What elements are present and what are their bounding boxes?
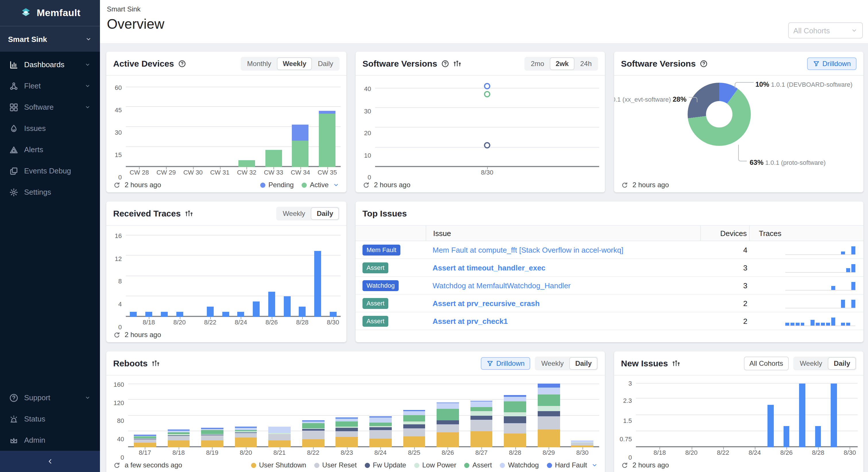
toggle-option-daily[interactable]: Daily: [312, 57, 339, 70]
legend-dot: [365, 463, 370, 468]
cohort-filter-button[interactable]: All Cohorts: [744, 356, 789, 370]
y-axis: 015304560: [108, 81, 126, 178]
toggle-option-2wk[interactable]: 2wk: [550, 57, 575, 70]
bar-column: [162, 380, 195, 447]
x-tick: 8/19: [195, 447, 229, 458]
scatter-point[interactable]: [484, 91, 490, 97]
cohort-filter-select[interactable]: All Cohorts: [788, 22, 863, 38]
refresh-icon[interactable]: [363, 181, 370, 189]
sidebar-item-label: Admin: [24, 436, 45, 444]
sidebar-item-admin[interactable]: Admin: [0, 430, 100, 451]
bar-column: [128, 380, 162, 447]
bar-column: [565, 380, 599, 447]
sidebar-item-settings[interactable]: Settings: [0, 182, 100, 203]
x-tick-label: 8/24: [364, 450, 397, 456]
toggle-option-24h[interactable]: 24h: [575, 57, 597, 70]
sidebar-item-label: Events Debug: [24, 166, 71, 175]
toggle-option-daily[interactable]: Daily: [828, 357, 856, 370]
help-icon[interactable]: [441, 59, 449, 67]
bar-stack: [799, 380, 805, 447]
x-tick: 8/24: [747, 447, 763, 458]
issue-link[interactable]: Watchdog at MemfaultWatchdog_Handler: [433, 281, 571, 290]
column-issue: Issue: [426, 226, 700, 241]
bar-column: [295, 230, 310, 317]
bar-column: [229, 380, 262, 447]
tick-mark: [448, 447, 448, 450]
spark-bar: [831, 286, 835, 290]
scatter-point[interactable]: [484, 143, 490, 149]
sidebar-item-dashboards[interactable]: Dashboards: [0, 54, 100, 75]
sidebar-item-label: Issues: [24, 124, 46, 133]
x-tick: 8/30: [375, 167, 599, 178]
plot-wrap: 8/178/188/198/208/218/228/238/248/258/26…: [128, 380, 599, 458]
software-versions-donut-chart[interactable]: [688, 83, 751, 146]
bar-column: [763, 380, 778, 447]
legend-dot: [414, 463, 420, 468]
tick-mark: [210, 317, 211, 319]
toggle-option-weekly[interactable]: Weekly: [794, 357, 828, 370]
toggle-option-monthly[interactable]: Monthly: [241, 57, 277, 70]
x-tick-label: 8/29: [532, 450, 565, 456]
legend-label: Watchdog: [508, 461, 539, 469]
legend-chevron-down-icon[interactable]: [333, 182, 340, 188]
refresh-icon[interactable]: [621, 461, 628, 469]
refresh-icon[interactable]: [113, 331, 121, 339]
issue-link[interactable]: Mem Fault at compute_fft [Stack Overflow…: [433, 246, 623, 254]
table-row: WatchdogWatchdog at MemfaultWatchdog_Han…: [355, 277, 863, 294]
sidebar-item-status[interactable]: Status: [0, 408, 100, 430]
help-icon[interactable]: [178, 59, 186, 67]
drilldown-button[interactable]: Drilldown: [481, 357, 530, 370]
memfault-logo[interactable]: Memfault: [0, 0, 100, 26]
bar-segment: [319, 114, 336, 167]
status-icon: [9, 414, 19, 423]
metric-chart-icon[interactable]: [152, 359, 160, 367]
sidebar-item-fleet[interactable]: Fleet: [0, 75, 100, 96]
refresh-icon[interactable]: [113, 181, 121, 189]
bar-column: [264, 230, 279, 317]
toggle-option-daily[interactable]: Daily: [311, 207, 339, 220]
toggle-option-weekly[interactable]: Weekly: [277, 207, 311, 220]
sidebar-item-issues[interactable]: Issues: [0, 118, 100, 139]
bar-stack: [283, 230, 290, 317]
gridline: [375, 127, 599, 128]
bar-segment: [369, 418, 392, 422]
sidebar-item-support[interactable]: Support: [0, 387, 100, 408]
project-selector[interactable]: Smart Sink: [0, 26, 100, 52]
metric-chart-icon[interactable]: [185, 209, 193, 217]
help-icon[interactable]: [700, 59, 708, 67]
drilldown-button[interactable]: Drilldown: [807, 57, 857, 70]
toggle-option-weekly[interactable]: Weekly: [535, 357, 569, 370]
breadcrumb[interactable]: Smart Sink: [107, 5, 141, 13]
bar-stack: [369, 380, 392, 447]
toggle-option-daily[interactable]: Daily: [569, 357, 597, 370]
toggle-option-weekly[interactable]: Weekly: [277, 57, 312, 70]
sidebar-item-events-debug[interactable]: Events Debug: [0, 160, 100, 182]
sidebar-item-alerts[interactable]: Alerts: [0, 139, 100, 160]
metric-chart-icon[interactable]: [672, 359, 680, 367]
refresh-icon[interactable]: [621, 181, 628, 189]
fleet-icon: [9, 81, 19, 90]
sidebar-collapse-button[interactable]: [0, 451, 100, 472]
issue-link[interactable]: Assert at prv_recursive_crash: [433, 299, 540, 308]
sidebar-item-software[interactable]: Software: [0, 96, 100, 118]
legend-chevron-down-icon[interactable]: [591, 462, 598, 469]
bar-segment: [134, 443, 156, 447]
tick-mark: [241, 317, 242, 319]
issue-link[interactable]: Assert at prv_check1: [433, 317, 508, 325]
toggle-option-2mo[interactable]: 2mo: [525, 57, 550, 70]
issue-link[interactable]: Assert at timeout_handler_exec: [433, 263, 546, 272]
scatter-point[interactable]: [484, 83, 490, 90]
bar-segment: [283, 296, 290, 317]
bar-segment: [783, 426, 789, 447]
tick-mark: [487, 167, 488, 169]
bar-segment: [292, 140, 309, 167]
bar-column: [747, 380, 763, 447]
tick-mark: [482, 447, 482, 450]
column-devices: Devices: [700, 226, 749, 241]
metric-chart-icon[interactable]: [453, 59, 461, 67]
bar-segment: [130, 312, 137, 317]
x-tick: 8/30: [565, 447, 599, 458]
y-tick-label: 45: [115, 107, 122, 114]
refresh-icon[interactable]: [113, 461, 121, 469]
tick-mark: [139, 167, 140, 169]
